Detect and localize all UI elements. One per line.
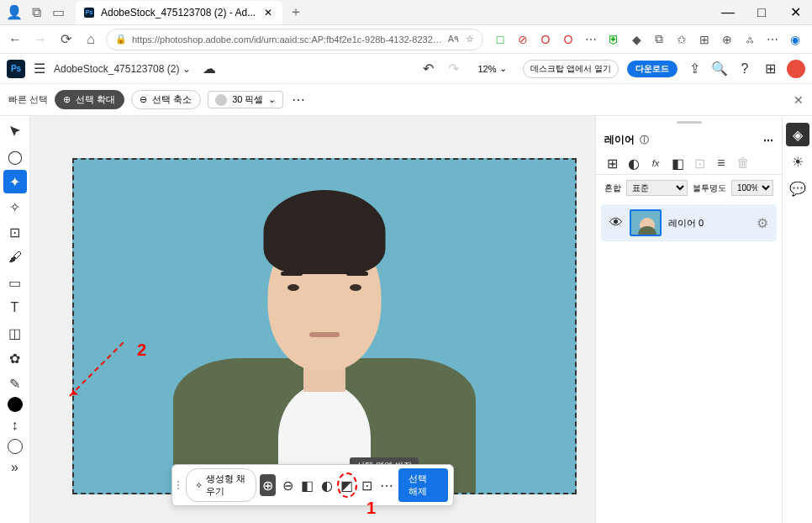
layer-item-0[interactable]: 👁 레이어 0 ⚙ <box>601 204 777 241</box>
generative-fill-button[interactable]: ✧ 생성형 채우기 <box>186 468 256 502</box>
mask-layer-icon[interactable]: ◧ <box>670 156 685 171</box>
image-canvas[interactable]: 2 <box>72 158 577 494</box>
foreground-color[interactable] <box>8 397 23 412</box>
swap-colors-icon[interactable]: ↕ <box>3 414 27 437</box>
expand-selection-button[interactable]: ⊕ 선택 확대 <box>55 90 124 109</box>
mask-icon[interactable]: ◧ <box>299 474 316 496</box>
help-icon[interactable]: ? <box>736 61 753 77</box>
layer-name[interactable]: 레이어 0 <box>668 217 750 230</box>
browser-tab[interactable]: Ps AdobeStock_475123708 (2) - Ad... ✕ <box>76 1 282 24</box>
photoshop-logo[interactable]: Ps <box>7 60 25 78</box>
new-layer-icon[interactable]: ⊞ <box>604 156 620 171</box>
panel-menu-icon[interactable]: ⋯ <box>763 135 773 146</box>
undo-button[interactable]: ↶ <box>419 61 436 77</box>
new-tab-button[interactable]: ＋ <box>289 3 303 21</box>
group-layers-icon[interactable]: ≡ <box>714 156 729 171</box>
ext-more-icon[interactable]: ⊕ <box>719 31 736 48</box>
fx-icon[interactable]: fx <box>648 156 663 171</box>
quick-select-tool[interactable]: ✦ <box>3 170 27 193</box>
user-avatar[interactable] <box>787 60 805 78</box>
home-button[interactable]: ⌂ <box>81 29 101 50</box>
ext-opera2-icon[interactable]: O <box>560 31 577 48</box>
more-tools-icon[interactable]: » <box>3 456 27 479</box>
layer-settings-icon[interactable]: ⚙ <box>757 215 768 231</box>
opacity-dropdown[interactable]: 100% <box>731 180 773 196</box>
move-tool[interactable] <box>3 119 27 143</box>
window-title-bar: 👤 ⧉ ▭ Ps AdobeStock_475123708 (2) - Ad..… <box>0 0 812 25</box>
tab-title: AdobeStock_475123708 (2) - Ad... <box>101 7 256 18</box>
file-name[interactable]: AdobeStock_475123708 (2) ⌄ <box>54 63 191 75</box>
subtract-selection-icon[interactable]: ⊖ <box>279 474 296 496</box>
profile-icon[interactable]: 👤 <box>7 5 22 20</box>
more-actions-icon[interactable]: ⋯ <box>378 474 395 496</box>
zoom-dropdown[interactable]: 12% ⌄ <box>470 61 514 77</box>
copilot-icon[interactable]: ◉ <box>787 31 804 48</box>
ext-link-icon[interactable]: ஃ <box>741 31 758 48</box>
collections-icon[interactable]: ⊞ <box>696 31 713 48</box>
lasso-tool[interactable]: ◯ <box>3 145 27 168</box>
forward-button[interactable]: → <box>30 29 50 50</box>
right-sidebar: ◈ ☀ 💬 <box>782 116 812 523</box>
close-tab-icon[interactable]: ✕ <box>262 7 274 18</box>
reader-icon[interactable]: A٩ <box>448 34 459 45</box>
download-button[interactable]: 다운로드 <box>627 61 678 77</box>
url-bar[interactable]: 🔒 https://photoshop.adobe.com/id/urn:aai… <box>106 29 483 50</box>
magic-wand-tool[interactable]: ✧ <box>3 195 27 219</box>
ext-wallet-icon[interactable]: ◆ <box>628 31 645 48</box>
workspace-icon[interactable]: ⧉ <box>29 5 44 20</box>
invert-selection-icon[interactable]: ◩ <box>339 474 356 496</box>
brush-tool[interactable]: 🖌 <box>3 246 27 269</box>
search-icon[interactable]: 🔍 <box>711 61 728 77</box>
more-options-icon[interactable]: ⋯ <box>290 92 307 108</box>
shape-tool[interactable]: ▭ <box>3 271 27 294</box>
ext-shield-icon[interactable]: ⛨ <box>605 31 622 48</box>
refresh-button[interactable]: ⟳ <box>55 29 76 50</box>
panel-grip[interactable] <box>596 116 782 128</box>
add-selection-icon[interactable]: ⊕ <box>260 474 277 496</box>
close-options-icon[interactable]: ✕ <box>794 93 804 107</box>
ext-panel-icon[interactable]: ⧉ <box>651 31 667 48</box>
eyedropper-tool[interactable]: ✎ <box>3 372 27 395</box>
back-button[interactable]: ← <box>5 29 25 50</box>
maximize-button[interactable]: □ <box>745 0 778 25</box>
drag-handle[interactable] <box>177 481 182 489</box>
canvas-area[interactable]: 2 선택 영역 반전 ✧ 생성형 채우기 ⊕ ⊖ ◧ ◐ ◩ ⊡ ⋯ 선택 해제… <box>30 116 595 523</box>
cloud-icon[interactable]: ☁ <box>203 61 216 77</box>
comments-sidebar-icon[interactable]: 💬 <box>786 177 809 200</box>
minimize-button[interactable]: — <box>711 0 745 25</box>
blend-mode-dropdown[interactable]: 표준 <box>626 180 688 196</box>
ext-phone-icon[interactable]: □ <box>492 31 509 48</box>
adjustments-sidebar-icon[interactable]: ☀ <box>786 150 809 173</box>
favorite-icon[interactable]: ☆ <box>466 34 474 45</box>
favorites-icon[interactable]: ✩ <box>673 31 690 48</box>
shrink-selection-button[interactable]: ⊖ 선택 축소 <box>131 90 201 109</box>
layer-tools: ⊞ ◐ fx ◧ ⊡ ≡ 🗑 <box>596 152 782 175</box>
ext-dots-icon[interactable]: ⋯ <box>583 31 599 48</box>
gradient-tool[interactable]: ◫ <box>3 321 27 345</box>
brush-size-selector[interactable]: 30 픽셀 ⌄ <box>208 91 283 108</box>
crop-tool[interactable]: ⊡ <box>3 220 27 244</box>
healing-tool[interactable]: ✿ <box>3 346 27 370</box>
tab-actions-icon[interactable]: ▭ <box>50 5 66 20</box>
ext-nosign-icon[interactable]: ⊘ <box>514 31 531 48</box>
ext-opera-icon[interactable]: O <box>537 31 554 48</box>
menu-icon[interactable]: ⋯ <box>764 31 781 48</box>
share-icon[interactable]: ⇪ <box>686 61 703 77</box>
deselect-button[interactable]: 선택 해제 <box>398 468 448 502</box>
layer-thumbnail[interactable] <box>630 209 662 236</box>
close-window-button[interactable]: ✕ <box>778 0 812 25</box>
background-color[interactable] <box>8 439 23 454</box>
info-icon[interactable]: ⓘ <box>640 134 649 146</box>
lock-icon: 🔒 <box>115 34 127 45</box>
adjustment-layer-icon[interactable]: ◐ <box>626 156 641 171</box>
adjust-icon[interactable]: ◐ <box>319 474 335 496</box>
apps-icon[interactable]: ⊞ <box>762 61 778 77</box>
text-tool[interactable]: T <box>3 296 27 320</box>
visibility-toggle-icon[interactable]: 👁 <box>609 215 623 230</box>
open-desktop-button[interactable]: 데스크탑 앱에서 열기 <box>523 60 619 78</box>
redo-button[interactable]: ↷ <box>445 61 461 77</box>
transform-selection-icon[interactable]: ⊡ <box>359 474 376 496</box>
hamburger-menu-icon[interactable]: ☰ <box>34 61 45 77</box>
layers-sidebar-icon[interactable]: ◈ <box>786 123 809 146</box>
photoshop-favicon: Ps <box>84 8 94 18</box>
